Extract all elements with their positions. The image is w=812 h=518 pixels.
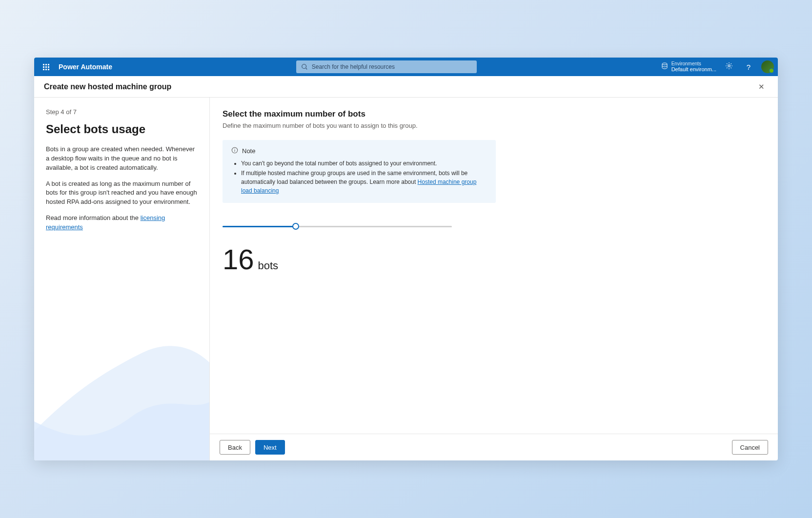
cancel-button[interactable]: Cancel — [732, 440, 768, 455]
sidebar-title: Select bots usage — [46, 122, 198, 136]
svg-point-3 — [728, 65, 730, 67]
gear-icon — [725, 62, 733, 72]
svg-point-0 — [302, 64, 306, 69]
wizard-sidebar: Step 4 of 7 Select bots usage Bots in a … — [34, 98, 210, 460]
note-callout: Note You can't go beyond the total numbe… — [223, 140, 496, 203]
topbar: Power Automate Search for the helpful re… — [34, 58, 778, 76]
environment-picker[interactable]: Environments Default environm... — [661, 61, 716, 72]
close-button[interactable]: ✕ — [754, 80, 768, 94]
content-subtitle: Define the maximum number of bots you wa… — [223, 122, 765, 129]
environment-label: Environments — [671, 61, 716, 66]
waffle-menu-button[interactable] — [38, 59, 54, 75]
note-item-1: You can't go beyond the total number of … — [241, 159, 487, 168]
help-button[interactable]: ? — [742, 60, 755, 74]
svg-line-1 — [305, 68, 307, 70]
bots-unit: bots — [258, 259, 279, 272]
database-icon — [661, 62, 669, 72]
bots-readout: 16 bots — [223, 243, 765, 276]
note-item-2: If multiple hosted machine group groups … — [241, 169, 487, 195]
note-label: Note — [242, 147, 255, 155]
info-icon — [231, 147, 238, 155]
svg-point-5 — [234, 149, 235, 149]
app-name: Power Automate — [59, 63, 112, 71]
back-button[interactable]: Back — [220, 440, 250, 455]
wizard-content: Select the maximum number of bots Define… — [210, 98, 778, 460]
app-window: Power Automate Search for the helpful re… — [34, 58, 778, 460]
search-placeholder: Search for the helpful resources — [312, 63, 395, 70]
help-icon: ? — [747, 63, 751, 71]
decorative-wave — [34, 334, 210, 460]
slider-thumb[interactable] — [292, 223, 299, 230]
page-title: Create new hosted machine group — [44, 82, 171, 91]
user-avatar[interactable] — [761, 60, 774, 73]
environment-value: Default environm... — [671, 66, 716, 72]
page-header: Create new hosted machine group ✕ — [34, 76, 778, 98]
svg-point-2 — [662, 63, 667, 65]
bots-count: 16 — [223, 243, 254, 276]
sidebar-paragraph-2: A bot is created as long as the maximum … — [46, 179, 198, 207]
sidebar-paragraph-1: Bots in a group are created when needed.… — [46, 145, 198, 173]
waffle-icon — [43, 64, 49, 70]
settings-button[interactable] — [722, 60, 736, 74]
bots-slider[interactable] — [223, 221, 452, 231]
step-indicator: Step 4 of 7 — [46, 108, 198, 116]
main-content: Step 4 of 7 Select bots usage Bots in a … — [34, 98, 778, 460]
wizard-footer: Back Next Cancel — [210, 434, 778, 460]
search-icon — [301, 63, 308, 70]
close-icon: ✕ — [758, 82, 765, 91]
content-title: Select the maximum number of bots — [223, 109, 765, 119]
search-input[interactable]: Search for the helpful resources — [296, 60, 477, 73]
sidebar-paragraph-3: Read more information about the licensin… — [46, 214, 198, 232]
next-button[interactable]: Next — [255, 440, 285, 455]
slider-fill — [223, 226, 296, 227]
